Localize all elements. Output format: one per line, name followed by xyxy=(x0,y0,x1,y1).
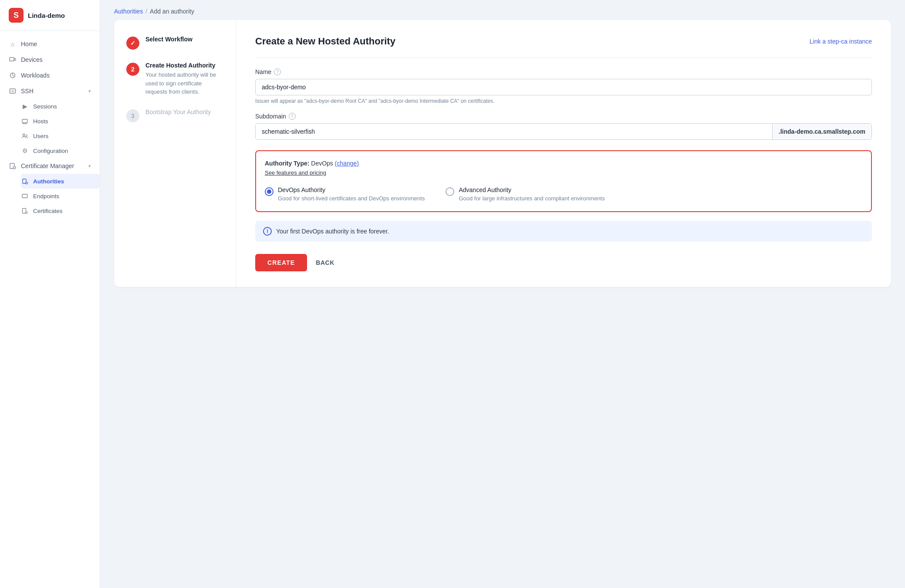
sidebar-item-sessions-label: Sessions xyxy=(33,103,57,110)
authority-option-devops[interactable]: DevOps Authority Good for short-lived ce… xyxy=(265,186,425,203)
breadcrumb-authorities[interactable]: Authorities xyxy=(114,8,143,15)
step-2-content: Create Hosted Authority Your hosted auth… xyxy=(145,62,223,96)
sidebar-item-certificates-label: Certificates xyxy=(33,208,63,214)
subdomain-help-icon[interactable]: ? xyxy=(289,113,296,120)
stepper-panel: ✓ Select Workflow 2 Create Hosted Author… xyxy=(114,20,236,287)
main-card: ✓ Select Workflow 2 Create Hosted Author… xyxy=(114,20,891,287)
advanced-option-desc: Good for large infrastructures and compl… xyxy=(459,195,604,203)
change-link[interactable]: (change) xyxy=(335,160,359,167)
sessions-icon: ▶ xyxy=(21,102,29,110)
sidebar-item-home-label: Home xyxy=(21,41,37,47)
authority-type-box: Authority Type: DevOps (change) See feat… xyxy=(255,150,872,212)
content-area: ✓ Select Workflow 2 Create Hosted Author… xyxy=(100,20,905,588)
info-icon: i xyxy=(263,227,272,236)
breadcrumb: Authorities / Add an authority xyxy=(100,0,905,20)
app-name: Linda-demo xyxy=(28,12,65,19)
devops-option-desc: Good for short-lived certificates and De… xyxy=(278,195,425,203)
step-2-circle: 2 xyxy=(126,63,139,76)
sidebar-item-cert-manager-label: Certificate Manager xyxy=(21,162,74,169)
sidebar-item-devices[interactable]: Devices xyxy=(0,52,100,68)
sidebar-item-users[interactable]: Users xyxy=(21,128,100,143)
sidebar: S Linda-demo ⌂ Home Devices Workloads xyxy=(0,0,100,588)
endpoints-icon xyxy=(21,192,29,200)
sidebar-nav: ⌂ Home Devices Workloads SSH ▾ xyxy=(0,31,100,588)
breadcrumb-current: Add an authority xyxy=(150,8,194,15)
workloads-icon xyxy=(9,71,17,79)
sidebar-item-authorities[interactable]: Authorities xyxy=(21,174,100,189)
sidebar-item-home[interactable]: ⌂ Home xyxy=(0,36,100,52)
authorities-icon xyxy=(21,177,29,185)
step-3-number: 3 xyxy=(131,112,135,119)
radio-devops[interactable] xyxy=(265,187,274,196)
advanced-option-name: Advanced Authority xyxy=(459,186,604,193)
cert-manager-chevron-icon: ▾ xyxy=(88,163,91,169)
breadcrumb-separator: / xyxy=(145,8,147,15)
config-icon: ⚙ xyxy=(21,147,29,155)
sidebar-logo: S Linda-demo xyxy=(0,0,100,31)
name-hint: Issuer will appear as "adcs-byor-demo Ro… xyxy=(255,98,872,104)
form-title: Create a New Hosted Authority xyxy=(255,36,395,47)
step-1-circle: ✓ xyxy=(126,37,139,50)
sidebar-item-configuration[interactable]: ⚙ Configuration xyxy=(21,143,100,158)
sidebar-item-ssh[interactable]: SSH ▾ xyxy=(0,83,100,99)
sidebar-item-devices-label: Devices xyxy=(21,56,43,63)
sidebar-item-cert-manager[interactable]: Certificate Manager ▾ xyxy=(0,158,100,174)
sidebar-item-workloads[interactable]: Workloads xyxy=(0,68,100,83)
authority-type-header: Authority Type: DevOps (change) xyxy=(265,160,862,167)
subdomain-row: .linda-demo.ca.smallstep.com xyxy=(255,123,872,140)
sidebar-item-endpoints[interactable]: Endpoints xyxy=(21,189,100,203)
step-2-label: Create Hosted Authority xyxy=(145,62,223,69)
name-help-icon[interactable]: ? xyxy=(274,68,281,75)
svg-rect-1 xyxy=(14,58,16,61)
subdomain-input[interactable] xyxy=(256,124,772,139)
sidebar-item-sessions[interactable]: ▶ Sessions xyxy=(21,99,100,114)
name-input[interactable] xyxy=(255,79,872,95)
step-2-number: 2 xyxy=(131,66,135,73)
sidebar-item-authorities-label: Authorities xyxy=(33,178,64,185)
authority-option-advanced[interactable]: Advanced Authority Good for large infras… xyxy=(446,186,604,203)
radio-advanced[interactable] xyxy=(446,187,454,196)
cert-manager-submenu: Authorities Endpoints Certificates xyxy=(0,174,100,218)
back-button[interactable]: BACK xyxy=(316,259,334,266)
ssh-icon xyxy=(9,87,17,95)
step-3-circle: 3 xyxy=(126,109,139,122)
svg-rect-4 xyxy=(22,119,27,123)
svg-rect-0 xyxy=(10,57,14,61)
hosts-icon xyxy=(21,117,29,125)
sidebar-item-endpoints-label: Endpoints xyxy=(33,193,59,199)
free-notice-text: Your first DevOps authority is free fore… xyxy=(276,228,389,235)
main-content: Authorities / Add an authority ✓ Select … xyxy=(100,0,905,588)
sidebar-item-hosts-label: Hosts xyxy=(33,118,48,125)
ssh-submenu: ▶ Sessions Hosts Users ⚙ Configuration xyxy=(0,99,100,158)
form-header: Create a New Hosted Authority Link a ste… xyxy=(255,36,872,47)
name-label: Name ? xyxy=(255,68,872,75)
step-2-desc: Your hosted authority will be used to si… xyxy=(145,71,223,96)
step-3: 3 Bootstrap Your Authority xyxy=(126,108,223,122)
svg-rect-11 xyxy=(23,209,26,213)
step-3-content: Bootstrap Your Authority xyxy=(145,108,211,117)
step-1: ✓ Select Workflow xyxy=(126,36,223,50)
ssh-chevron-icon: ▾ xyxy=(88,88,91,94)
users-icon xyxy=(21,132,29,140)
sidebar-item-hosts[interactable]: Hosts xyxy=(21,114,100,128)
subdomain-suffix: .linda-demo.ca.smallstep.com xyxy=(772,124,871,139)
free-notice: i Your first DevOps authority is free fo… xyxy=(255,221,872,242)
sidebar-item-certificates[interactable]: Certificates xyxy=(21,203,100,218)
home-icon: ⌂ xyxy=(9,40,17,48)
devops-option-name: DevOps Authority xyxy=(278,186,425,193)
svg-point-5 xyxy=(23,134,25,136)
sidebar-item-configuration-label: Configuration xyxy=(33,148,68,154)
subdomain-label: Subdomain ? xyxy=(255,113,872,120)
create-button[interactable]: CREATE xyxy=(255,254,307,271)
svg-rect-10 xyxy=(22,194,27,198)
app-logo-icon: S xyxy=(9,8,24,23)
form-panel: Create a New Hosted Authority Link a ste… xyxy=(236,20,891,287)
step-1-check-icon: ✓ xyxy=(130,40,135,47)
form-divider xyxy=(255,57,872,58)
link-step-ca[interactable]: Link a step-ca instance xyxy=(810,38,872,45)
step-1-label: Select Workflow xyxy=(145,36,192,43)
features-link[interactable]: See features and pricing xyxy=(265,169,326,176)
sidebar-item-users-label: Users xyxy=(33,133,48,139)
step-3-label: Bootstrap Your Authority xyxy=(145,108,211,115)
sidebar-item-workloads-label: Workloads xyxy=(21,72,50,79)
